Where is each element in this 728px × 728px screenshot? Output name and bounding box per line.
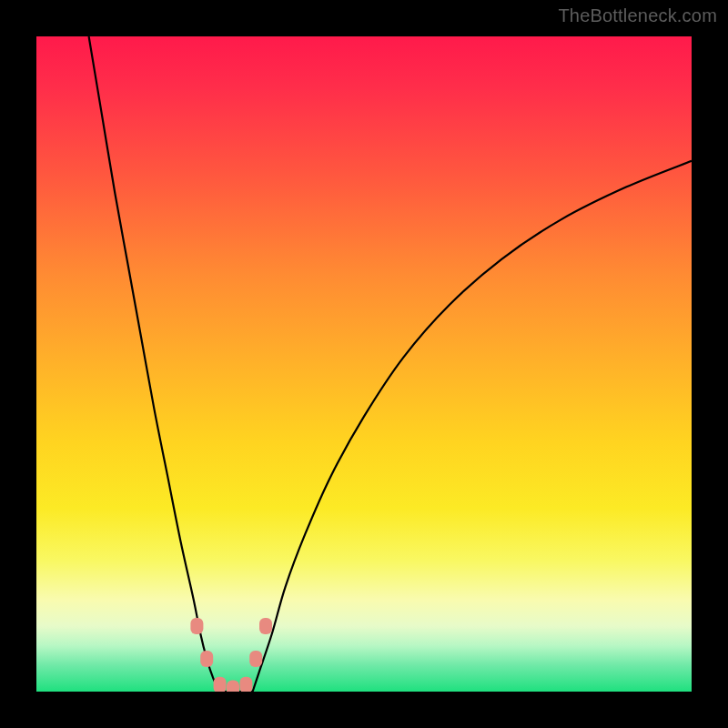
valley-marker bbox=[239, 677, 252, 692]
valley-marker bbox=[200, 651, 213, 667]
valley-markers bbox=[190, 618, 272, 692]
watermark-text: TheBottleneck.com bbox=[558, 5, 717, 26]
bottleneck-curve bbox=[89, 36, 692, 692]
valley-marker bbox=[227, 680, 239, 692]
valley-marker bbox=[214, 677, 227, 692]
valley-marker bbox=[259, 618, 272, 634]
valley-marker bbox=[249, 651, 262, 667]
curve-left-branch bbox=[89, 36, 220, 692]
chart-frame: TheBottleneck.com bbox=[0, 0, 728, 728]
curve-right-branch bbox=[253, 161, 692, 692]
plot-area bbox=[36, 36, 692, 692]
valley-marker bbox=[190, 618, 203, 634]
curve-layer bbox=[36, 36, 692, 692]
